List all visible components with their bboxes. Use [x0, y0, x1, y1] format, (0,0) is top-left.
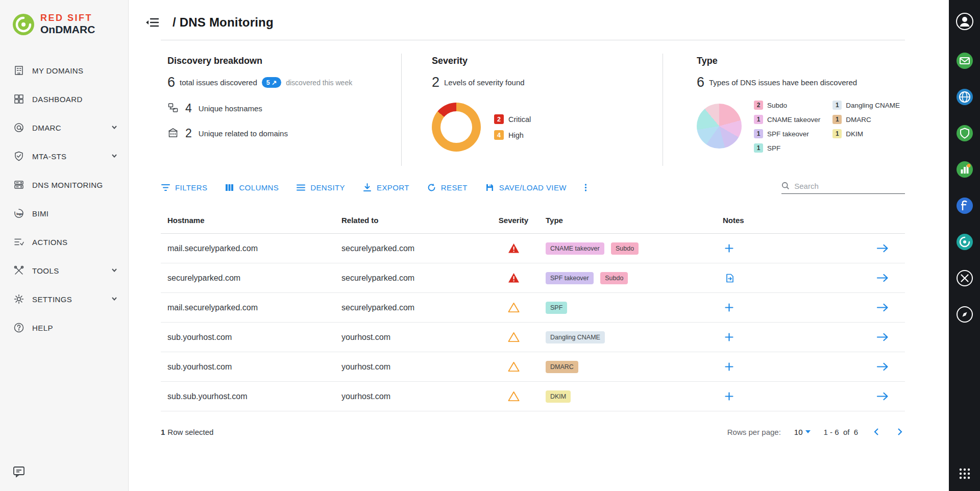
density-icon	[296, 183, 306, 192]
add-note-button[interactable]	[723, 301, 736, 314]
type-tag: DMARC	[546, 361, 578, 373]
save-load-view-button[interactable]: SAVE/LOAD VIEW	[485, 183, 567, 192]
tools-app-icon[interactable]	[956, 269, 973, 287]
sidebar-item-mta-sts[interactable]: MTA-STS	[0, 142, 128, 170]
profile-button[interactable]	[955, 12, 974, 31]
related-to-cell: yourhost.com	[335, 333, 488, 342]
high-count-badge: 4	[494, 130, 504, 140]
table-row[interactable]: sub.sub.yourhost.com yourhost.com DKIM	[161, 382, 905, 411]
hostname-cell: sub.yourhost.com	[161, 362, 335, 372]
table-row[interactable]: sub.yourhost.com yourhost.com DMARC	[161, 352, 905, 382]
type-tag: CNAME takeover	[546, 242, 604, 255]
table-row[interactable]: mail.securelyparked.com securelyparked.c…	[161, 293, 905, 323]
legend-item-high: 4 High	[494, 130, 531, 140]
trend-up-icon: ↗	[272, 79, 277, 86]
export-button[interactable]: EXPORT	[362, 183, 409, 192]
related-domains-label: Unique related to domains	[199, 129, 288, 138]
related-to-cell: securelyparked.com	[335, 274, 488, 283]
high-severity-icon	[508, 332, 520, 342]
type-tag: Subdo	[611, 242, 639, 255]
explore-app-icon[interactable]	[956, 306, 973, 323]
brand-name-top: RED SIFT	[40, 13, 95, 23]
sidebar-item-help[interactable]: HELP	[0, 313, 128, 342]
hostname-cell: mail.securelyparked.com	[161, 303, 335, 312]
row-details-button[interactable]	[874, 301, 891, 314]
table-toolbar: FILTERS COLUMNS DENSITY EXPORT RESET SAV…	[161, 181, 905, 194]
previous-page-button[interactable]	[871, 426, 881, 438]
domains-icon	[167, 127, 179, 140]
mta-sts-icon	[13, 151, 24, 162]
card-title: Type	[697, 56, 900, 66]
add-note-button[interactable]	[723, 390, 736, 403]
add-note-button[interactable]	[723, 242, 736, 255]
swirl-app-icon[interactable]	[956, 233, 973, 251]
notes-cell	[716, 242, 844, 255]
severity-card: Severity 2 Levels of severity found 2 Cr…	[401, 54, 663, 166]
ondmarc-app-icon[interactable]	[956, 52, 973, 69]
critical-count-badge: 2	[494, 114, 504, 124]
settings-icon	[13, 293, 24, 305]
row-details-button[interactable]	[874, 331, 891, 343]
chevron-right-icon	[897, 428, 903, 436]
sidebar-item-tools[interactable]: TOOLS	[0, 256, 128, 285]
type-cell: SPF takeover Subdo	[539, 272, 716, 284]
sidebar-item-dmarc[interactable]: DMARC	[0, 113, 128, 142]
chart-app-icon[interactable]	[956, 161, 973, 178]
app-launcher-icon[interactable]	[958, 467, 971, 482]
severity-cell	[488, 243, 539, 254]
more-options-button[interactable]	[581, 183, 591, 192]
globe-app-icon[interactable]	[956, 88, 973, 106]
table-row[interactable]: securelyparked.com securelyparked.com SP…	[161, 263, 905, 293]
view-note-button[interactable]	[723, 271, 737, 285]
my-domains-icon	[13, 65, 24, 76]
tools-icon	[13, 265, 24, 276]
table-footer: 1 Row selected Rows per page: 10 1 - 6 o…	[161, 426, 905, 438]
rows-per-page-select[interactable]: 10	[794, 428, 811, 436]
row-details-button[interactable]	[874, 390, 891, 403]
shield-app-icon[interactable]	[956, 125, 973, 142]
sidebar-item-dashboard[interactable]: DASHBOARD	[0, 85, 128, 113]
row-details-button[interactable]	[874, 272, 891, 284]
sidebar-nav: MY DOMAINS DASHBOARD DMARC MTA-STS	[0, 56, 128, 342]
table-row[interactable]: mail.securelyparked.com securelyparked.c…	[161, 234, 905, 263]
filters-button[interactable]: FILTERS	[161, 183, 207, 192]
chevron-left-icon	[873, 428, 879, 436]
sidebar-item-actions[interactable]: ACTIONS	[0, 228, 128, 256]
density-button[interactable]: DENSITY	[296, 183, 345, 192]
menu-collapse-icon	[145, 17, 159, 28]
arrow-right-icon	[876, 392, 889, 401]
discovery-breakdown-card: Discovery breakdown 6 total issues disco…	[161, 54, 401, 166]
add-note-button[interactable]	[723, 331, 736, 343]
plus-icon	[725, 392, 733, 401]
save-icon	[485, 183, 495, 192]
sidebar-item-my-domains[interactable]: MY DOMAINS	[0, 56, 128, 85]
sidebar-item-dns-monitoring[interactable]: DNS MONITORING	[0, 170, 128, 199]
row-details-button[interactable]	[874, 360, 891, 373]
columns-button[interactable]: COLUMNS	[225, 183, 279, 192]
inbox-app-icon[interactable]	[956, 197, 973, 214]
row-details-button[interactable]	[874, 242, 891, 255]
note-document-icon	[725, 273, 735, 283]
brand-logo: RED SIFT OnDMARC	[0, 0, 128, 41]
legend-item-cname-takeover: 1 CNAME takeover	[754, 115, 820, 124]
severity-cell	[488, 361, 539, 372]
sidebar-item-bimi[interactable]: logo BIMI	[0, 199, 128, 228]
reset-icon	[427, 183, 436, 192]
collapse-sidebar-button[interactable]	[145, 17, 159, 28]
svg-text:logo: logo	[17, 212, 23, 215]
arrow-right-icon	[876, 244, 889, 253]
chevron-down-icon	[111, 295, 118, 304]
next-page-button[interactable]	[895, 426, 905, 438]
sidebar-item-settings[interactable]: SETTINGS	[0, 285, 128, 313]
unique-hostnames-label: Unique hostnames	[199, 104, 262, 113]
support-chat-button[interactable]	[12, 465, 26, 480]
chat-icon	[12, 465, 26, 478]
sidebar-item-label: DMARC	[32, 124, 61, 132]
search-input[interactable]	[794, 182, 905, 190]
reset-button[interactable]: RESET	[427, 183, 468, 192]
add-note-button[interactable]	[723, 360, 736, 373]
legend-item-dkim: 1 DKIM	[832, 129, 900, 138]
page-header: / DNS Monitoring	[129, 0, 949, 40]
pagination-range: 1 - 6 of 6	[824, 428, 859, 436]
table-row[interactable]: sub.yourhost.com yourhost.com Dangling C…	[161, 323, 905, 352]
